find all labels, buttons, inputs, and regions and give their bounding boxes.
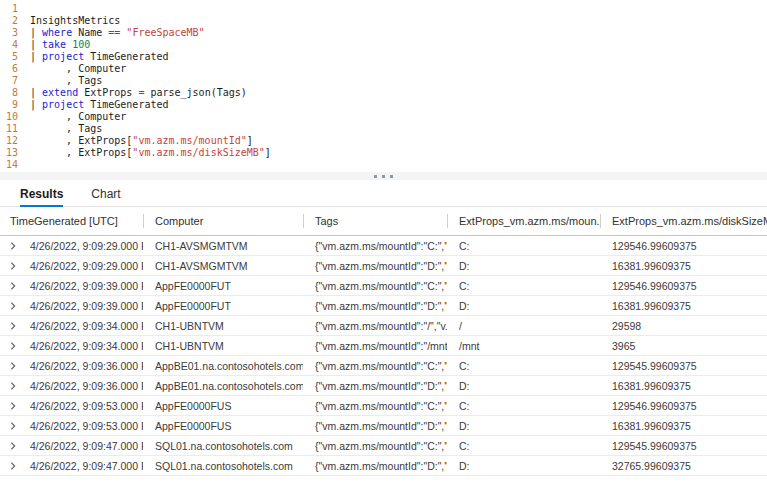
line-number: 14 — [0, 159, 18, 169]
table-row[interactable]: 4/26/2022, 9:09:29.000 PMCH1-AVSMGMTVM{"… — [0, 256, 767, 276]
editor-line[interactable]: 2InsightsMetrics — [0, 15, 767, 27]
computer-cell: AppBE01.na.contosohotels.com — [143, 380, 303, 392]
row-expand-chevron-icon[interactable] — [8, 301, 18, 311]
editor-line[interactable]: 6 , Computer — [0, 63, 767, 75]
row-expand-chevron-icon[interactable] — [8, 321, 18, 331]
mountid-cell: C: — [447, 360, 600, 372]
table-row[interactable]: 4/26/2022, 9:09:53.000 PMAppFE0000FUS{"v… — [0, 396, 767, 416]
tags-cell-text: {"vm.azm.ms/mountId":"/mnt"... — [315, 340, 447, 352]
mountid-cell: C: — [447, 440, 600, 452]
table-row[interactable]: 4/26/2022, 9:09:39.000 PMAppFE0000FUT{"v… — [0, 276, 767, 296]
mountid-cell-text: D: — [459, 380, 470, 392]
editor-line[interactable]: 4| take 100 — [0, 39, 767, 51]
disksizemb-cell-text: 32765.99609375 — [612, 460, 691, 472]
computer-cell-text: SQL01.na.contosohotels.com — [155, 440, 293, 452]
row-expand-chevron-icon[interactable] — [8, 421, 18, 431]
timegenerated-text: 4/26/2022, 9:09:29.000 PM — [30, 260, 143, 272]
editor-line[interactable]: 5| project TimeGenerated — [0, 51, 767, 63]
mountid-cell-text: /mnt — [459, 340, 479, 352]
line-number: 11 — [0, 123, 18, 135]
code-text: , ExtProps["vm.azm.ms/diskSizeMB"] — [30, 147, 271, 159]
column-header-extprops-mountid[interactable]: ExtProps_vm.azm.ms/moun... — [447, 207, 600, 235]
mountid-cell-text: C: — [459, 280, 470, 292]
row-expand-chevron-icon[interactable] — [8, 361, 18, 371]
column-header-timegenerated[interactable]: TimeGenerated [UTC] — [0, 207, 143, 235]
tags-cell-text: {"vm.azm.ms/mountId":"D:","v... — [315, 260, 447, 272]
timegenerated-text: 4/26/2022, 9:09:47.000 PM — [30, 440, 143, 452]
tab-results[interactable]: Results — [20, 182, 63, 207]
computer-cell: AppFE0000FUT — [143, 300, 303, 312]
tags-cell: {"vm.azm.ms/mountId":"/mnt"... — [303, 340, 447, 352]
table-row[interactable]: 4/26/2022, 9:09:36.000 PMAppBE01.na.cont… — [0, 356, 767, 376]
editor-line[interactable]: 10 , Computer — [0, 111, 767, 123]
mountid-cell-text: C: — [459, 400, 470, 412]
tags-cell: {"vm.azm.ms/mountId":"D:","v... — [303, 300, 447, 312]
column-header-computer[interactable]: Computer — [143, 207, 303, 235]
disksizemb-cell-text: 129546.99609375 — [612, 400, 697, 412]
disksizemb-cell-text: 3965 — [612, 340, 635, 352]
table-row[interactable]: 4/26/2022, 9:09:34.000 PMCH1-UBNTVM{"vm.… — [0, 336, 767, 356]
disksizemb-cell-text: 129545.99609375 — [612, 440, 697, 452]
table-row[interactable]: 4/26/2022, 9:09:36.000 PMAppBE01.na.cont… — [0, 376, 767, 396]
table-row[interactable]: 4/26/2022, 9:09:34.000 PMCH1-UBNTVM{"vm.… — [0, 316, 767, 336]
tags-cell: {"vm.azm.ms/mountId":"D:","v... — [303, 420, 447, 432]
editor-line[interactable]: 14 — [0, 159, 767, 169]
editor-line[interactable]: 13 , ExtProps["vm.azm.ms/diskSizeMB"] — [0, 147, 767, 159]
table-row[interactable]: 4/26/2022, 9:09:39.000 PMAppFE0000FUT{"v… — [0, 296, 767, 316]
editor-line[interactable]: 1 — [0, 3, 767, 15]
tags-cell: {"vm.azm.ms/mountId":"C:","v... — [303, 400, 447, 412]
timegenerated-text: 4/26/2022, 9:09:39.000 PM — [30, 300, 143, 312]
mountid-cell-text: D: — [459, 460, 470, 472]
column-header-tags[interactable]: Tags — [303, 207, 447, 235]
editor-line[interactable]: 3| where Name == "FreeSpaceMB" — [0, 27, 767, 39]
disksizemb-cell-text: 29598 — [612, 320, 641, 332]
computer-cell-text: AppFE0000FUS — [155, 420, 231, 432]
row-expand-chevron-icon[interactable] — [8, 441, 18, 451]
editor-line[interactable]: 9| project TimeGenerated — [0, 99, 767, 111]
code-text: , Tags — [30, 75, 102, 87]
disksizemb-cell-text: 16381.99609375 — [612, 260, 691, 272]
disksizemb-cell-text: 129546.99609375 — [612, 280, 697, 292]
tags-cell: {"vm.azm.ms/mountId":"C:","v... — [303, 360, 447, 372]
timegenerated-cell: 4/26/2022, 9:09:47.000 PM — [0, 440, 143, 452]
row-expand-chevron-icon[interactable] — [8, 401, 18, 411]
computer-cell: SQL01.na.contosohotels.com — [143, 440, 303, 452]
timegenerated-cell: 4/26/2022, 9:09:36.000 PM — [0, 380, 143, 392]
line-number: 13 — [0, 147, 18, 159]
editor-line[interactable]: 7 , Tags — [0, 75, 767, 87]
table-row[interactable]: 4/26/2022, 9:09:53.000 PMAppFE0000FUS{"v… — [0, 416, 767, 436]
row-expand-chevron-icon[interactable] — [8, 381, 18, 391]
editor-line[interactable]: 8| extend ExtProps = parse_json(Tags) — [0, 87, 767, 99]
computer-cell-text: CH1-UBNTVM — [155, 320, 224, 332]
line-number: 12 — [0, 135, 18, 147]
table-row[interactable]: 4/26/2022, 9:09:29.000 PMCH1-AVSMGMTVM{"… — [0, 236, 767, 256]
column-header-extprops-disksizemb[interactable]: ExtProps_vm.azm.ms/diskSizeMB — [600, 207, 767, 235]
code-text: , Computer — [30, 63, 126, 75]
row-expand-chevron-icon[interactable] — [8, 461, 18, 471]
table-row[interactable]: 4/26/2022, 9:09:47.000 PMSQL01.na.contos… — [0, 436, 767, 456]
row-expand-chevron-icon[interactable] — [8, 281, 18, 291]
code-text: , ExtProps["vm.azm.ms/mountId"] — [30, 135, 253, 147]
kql-query-editor[interactable]: 12InsightsMetrics3| where Name == "FreeS… — [0, 0, 767, 169]
row-expand-chevron-icon[interactable] — [8, 341, 18, 351]
editor-line[interactable]: 12 , ExtProps["vm.azm.ms/mountId"] — [0, 135, 767, 147]
disksizemb-cell: 16381.99609375 — [600, 380, 767, 392]
timegenerated-text: 4/26/2022, 9:09:36.000 PM — [30, 360, 143, 372]
row-expand-chevron-icon[interactable] — [8, 241, 18, 251]
disksizemb-cell: 129545.99609375 — [600, 440, 767, 452]
disksizemb-cell-text: 16381.99609375 — [612, 300, 691, 312]
tab-chart[interactable]: Chart — [91, 182, 120, 207]
table-header-row: TimeGenerated [UTC] Computer Tags ExtPro… — [0, 207, 767, 236]
mountid-cell: D: — [447, 380, 600, 392]
code-text: | where Name == "FreeSpaceMB" — [30, 27, 205, 39]
results-table: TimeGenerated [UTC] Computer Tags ExtPro… — [0, 207, 767, 476]
computer-cell-text: CH1-AVSMGMTVM — [155, 260, 248, 272]
computer-cell-text: AppBE01.na.contosohotels.com — [155, 380, 303, 392]
row-expand-chevron-icon[interactable] — [8, 261, 18, 271]
editor-line[interactable]: 11 , Tags — [0, 123, 767, 135]
table-row[interactable]: 4/26/2022, 9:09:47.000 PMSQL01.na.contos… — [0, 456, 767, 476]
timegenerated-cell: 4/26/2022, 9:09:29.000 PM — [0, 240, 143, 252]
splitter-drag-handle[interactable] — [0, 172, 767, 180]
timegenerated-cell: 4/26/2022, 9:09:47.000 PM — [0, 460, 143, 472]
computer-cell: CH1-UBNTVM — [143, 320, 303, 332]
